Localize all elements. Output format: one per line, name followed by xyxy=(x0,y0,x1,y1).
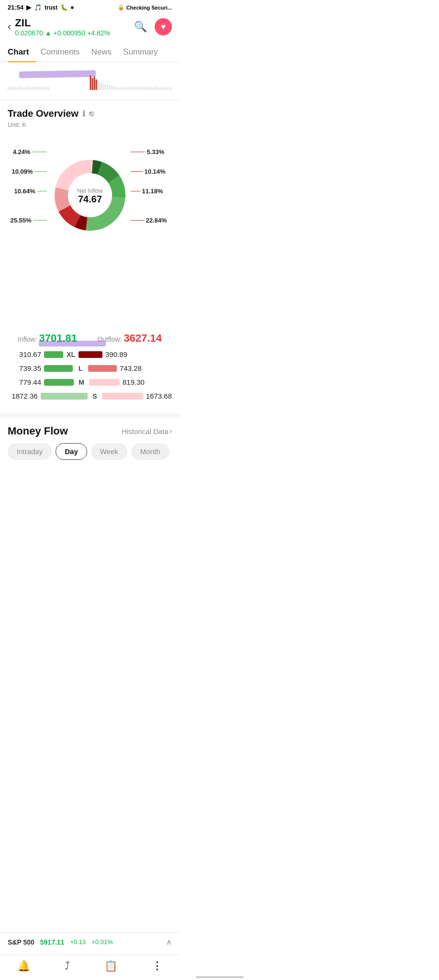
right-label-4: 22.84% xyxy=(146,217,167,224)
svg-rect-21 xyxy=(48,87,49,90)
status-time: 21:54 xyxy=(8,4,23,11)
svg-rect-15 xyxy=(37,87,38,90)
svg-rect-17 xyxy=(41,87,42,90)
svg-rect-50 xyxy=(144,87,145,90)
svg-rect-6 xyxy=(19,87,20,90)
svg-rect-2 xyxy=(11,87,12,90)
svg-rect-54 xyxy=(152,88,153,90)
svg-rect-5 xyxy=(17,87,18,90)
header: ‹ ZIL 0.020670 ▲ +0.000950 +4.82% 🔍 ♥ xyxy=(0,13,180,39)
outflow-value: 3627.14 xyxy=(124,332,162,344)
svg-rect-31 xyxy=(107,85,108,90)
price-change: +0.000950 xyxy=(54,29,86,37)
svg-rect-1 xyxy=(10,86,11,90)
main-tabs: Chart Comments News Summary xyxy=(0,43,180,62)
svg-text:Net Inflow: Net Inflow xyxy=(77,188,103,194)
svg-rect-47 xyxy=(138,88,139,90)
svg-rect-16 xyxy=(39,87,40,90)
svg-rect-46 xyxy=(136,87,137,90)
money-flow-title: Money Flow xyxy=(8,425,68,437)
search-icon[interactable]: 🔍 xyxy=(134,21,147,33)
trade-s-inflow: 1872.36 xyxy=(8,392,38,400)
svg-rect-0 xyxy=(8,88,9,90)
svg-rect-23 xyxy=(92,78,93,90)
svg-rect-49 xyxy=(142,87,143,90)
tab-chart[interactable]: Chart xyxy=(8,43,36,62)
inflow-label: Inflow: xyxy=(18,335,39,343)
svg-rect-62 xyxy=(167,88,168,90)
mf-tab-week[interactable]: Week xyxy=(91,443,127,460)
svg-rect-9 xyxy=(25,87,26,90)
trade-xl-outflow: 390.89 xyxy=(105,350,127,358)
svg-rect-41 xyxy=(126,88,127,90)
svg-rect-37 xyxy=(119,88,120,90)
svg-rect-3 xyxy=(13,87,14,90)
svg-text:74.67: 74.67 xyxy=(78,194,101,204)
ticker-symbol: ZIL xyxy=(15,17,110,29)
svg-rect-40 xyxy=(124,87,125,90)
svg-rect-14 xyxy=(34,87,35,90)
trade-m-bar-right xyxy=(89,379,120,386)
svg-rect-7 xyxy=(21,87,22,90)
mf-tab-intraday[interactable]: Intraday xyxy=(8,443,52,460)
left-label-4: 25.55% xyxy=(10,217,31,224)
svg-rect-44 xyxy=(132,87,133,90)
tab-news[interactable]: News xyxy=(91,43,120,62)
historical-data-label: Historical Data xyxy=(122,427,169,435)
share-icon[interactable]: ⎋ xyxy=(89,110,94,118)
svg-rect-52 xyxy=(148,87,149,90)
purple-underline-decoration xyxy=(39,341,106,346)
trade-row-s: 1872.36 S 1673.68 xyxy=(8,392,172,400)
donut-chart-layout: 4.24% 10.09% 10.64% 25.55% xyxy=(9,134,171,258)
trade-s-bar-left xyxy=(41,393,88,400)
flow-summary: Inflow: 3701.81 Outflow: 3627.14 xyxy=(0,326,180,350)
svg-rect-53 xyxy=(150,87,151,90)
trade-l-bar-left xyxy=(44,365,73,372)
right-label-1: 5.33% xyxy=(147,148,165,156)
trade-l-inflow: 739.35 xyxy=(8,364,41,372)
svg-rect-61 xyxy=(165,87,166,90)
svg-rect-22 xyxy=(90,76,91,90)
price-change-pct: +4.82% xyxy=(87,29,110,37)
svg-rect-30 xyxy=(105,84,106,90)
tab-summary[interactable]: Summary xyxy=(123,43,166,62)
left-label-1: 4.24% xyxy=(13,148,31,156)
chevron-right-icon: › xyxy=(169,427,172,435)
svg-rect-34 xyxy=(113,86,114,90)
favorite-button[interactable]: ♥ xyxy=(155,18,172,35)
trade-l-cat: L xyxy=(76,365,85,372)
svg-rect-12 xyxy=(31,88,32,90)
trade-overview-section: Trade Overview ℹ ⎋ Unit: K 4.24% 10.09% … xyxy=(0,100,180,324)
trade-overview-title: Trade Overview xyxy=(8,108,79,119)
historical-data-link[interactable]: Historical Data › xyxy=(122,427,172,435)
trade-xl-bar-right xyxy=(79,351,102,358)
right-label-2: 10.14% xyxy=(145,168,166,175)
svg-rect-39 xyxy=(123,88,124,90)
svg-rect-58 xyxy=(159,88,160,90)
money-flow-header: Money Flow Historical Data › xyxy=(0,417,180,443)
trade-xl-bar-left xyxy=(44,351,63,358)
trade-m-outflow: 819.30 xyxy=(123,378,145,386)
back-button[interactable]: ‹ xyxy=(8,21,11,33)
svg-rect-20 xyxy=(46,87,47,90)
svg-rect-28 xyxy=(101,83,102,90)
svg-rect-32 xyxy=(109,85,110,90)
svg-rect-4 xyxy=(15,88,16,90)
trade-l-bar-right xyxy=(88,365,117,372)
trade-row-m: 779.44 M 819.30 xyxy=(8,378,172,386)
tab-comments[interactable]: Comments xyxy=(40,43,87,62)
trade-m-cat: M xyxy=(77,379,86,386)
mf-tab-day[interactable]: Day xyxy=(56,443,87,460)
price-value: 0.020670 xyxy=(15,29,43,37)
trade-row-l: 739.35 L 743.28 xyxy=(8,364,172,372)
bug-icon: 🐛 xyxy=(60,4,68,11)
trade-xl-inflow: 310.67 xyxy=(8,350,41,358)
svg-rect-27 xyxy=(100,83,101,90)
trade-s-bar-right xyxy=(102,393,143,400)
price-chart[interactable] xyxy=(0,62,180,100)
tiktok-icon: 🎵 xyxy=(34,4,42,11)
info-icon[interactable]: ℹ xyxy=(82,109,85,118)
mf-tab-month[interactable]: Month xyxy=(131,443,169,460)
svg-rect-35 xyxy=(115,87,116,90)
svg-rect-48 xyxy=(140,87,141,90)
